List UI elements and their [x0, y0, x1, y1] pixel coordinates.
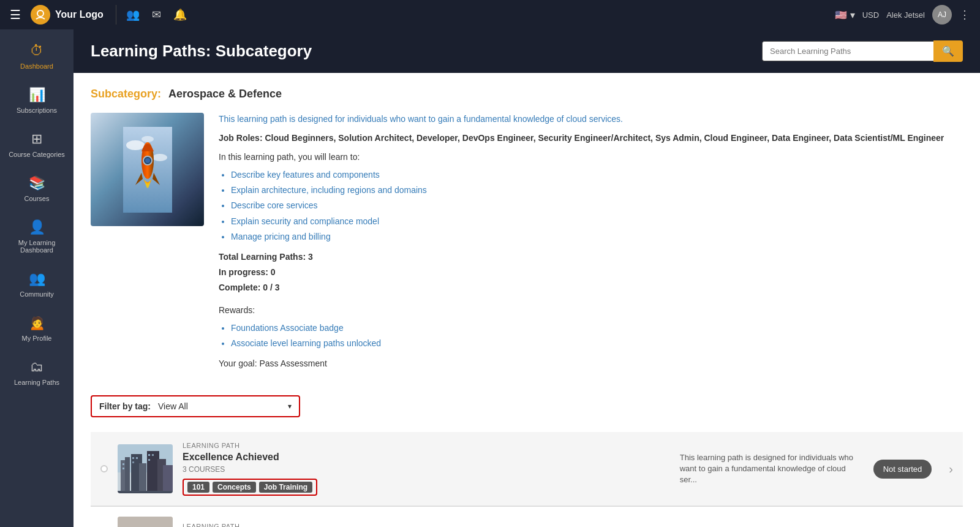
- svg-rect-11: [125, 457, 130, 491]
- goal-section: Your goal: Pass Assessment: [219, 358, 963, 368]
- sidebar-label-courses: Courses: [24, 195, 50, 202]
- search-button[interactable]: 🔍: [933, 40, 963, 62]
- content-area: Learning Paths: Subcategory 🔍 Subcategor…: [74, 29, 980, 527]
- sidebar-item-dashboard[interactable]: ⏱ Dashboard: [0, 34, 74, 78]
- bell-icon[interactable]: 🔔: [173, 8, 187, 21]
- user-avatar[interactable]: AJ: [932, 5, 952, 25]
- sidebar-item-learning-paths[interactable]: 🗂 Learning Paths: [0, 351, 74, 395]
- svg-rect-20: [136, 457, 138, 459]
- subcategory-name: Aerospace & Defence: [168, 88, 282, 100]
- svg-point-0: [37, 10, 43, 17]
- learning-paths-icon: 🗂: [30, 359, 43, 375]
- subcategory-description: This learning path is designed for indiv…: [219, 113, 963, 126]
- svg-rect-21: [132, 461, 134, 463]
- job-roles-label: Job Roles:: [219, 133, 263, 143]
- sidebar-item-courses[interactable]: 📚 Courses: [0, 167, 74, 211]
- svg-rect-16: [163, 465, 173, 491]
- main-content: Subcategory: Aerospace & Defence: [74, 73, 980, 527]
- hamburger-icon[interactable]: ☰: [10, 7, 21, 22]
- sidebar-item-my-learning-dashboard[interactable]: 👤 My Learning Dashboard: [0, 211, 74, 262]
- rewards-section: Rewards: Foundations Associate badge Ass…: [219, 304, 963, 351]
- flag-icon[interactable]: 🇺🇸 ▾: [835, 9, 854, 21]
- tag-job-training: Job Training: [259, 482, 312, 493]
- info-text-block: This learning path is designed for indiv…: [219, 113, 963, 381]
- logo-text: Your Logo: [55, 9, 104, 20]
- tag-concepts: Concepts: [213, 482, 256, 493]
- more-options-icon[interactable]: ⋮: [959, 8, 970, 21]
- community-nav-icon: 👥: [29, 271, 45, 287]
- sidebar-item-community[interactable]: 👥 Community: [0, 262, 74, 306]
- in-progress: In progress: 0: [219, 266, 963, 279]
- svg-rect-23: [152, 454, 154, 456]
- stats-section: Total Learning Paths: 3 In progress: 0 C…: [219, 251, 963, 294]
- svg-point-7: [145, 158, 150, 163]
- sidebar-item-my-profile[interactable]: 🙍 My Profile: [0, 306, 74, 351]
- learn-title: In this learning path, you will learn to…: [219, 151, 963, 164]
- learn-items-list: Describe key features and components Exp…: [219, 167, 963, 245]
- community-icon[interactable]: 👥: [126, 8, 140, 21]
- logo-icon: [31, 5, 50, 25]
- path-card-2: LEARNING PATH Learning Path for LN - Fin…: [91, 507, 963, 527]
- office-image-2: [118, 517, 173, 527]
- filter-select[interactable]: View All 101 Concepts Job Training: [158, 401, 281, 411]
- svg-rect-22: [148, 454, 150, 456]
- learn-item: Explain architecture, including regions …: [231, 183, 963, 198]
- page-header: Learning Paths: Subcategory 🔍: [74, 29, 980, 73]
- filter-label: Filter by tag:: [99, 401, 151, 411]
- sidebar-label-subscriptions: Subscriptions: [17, 107, 57, 114]
- svg-rect-24: [148, 459, 150, 461]
- sidebar-item-subscriptions[interactable]: 📊 Subscriptions: [0, 78, 74, 123]
- tag-101: 101: [187, 482, 209, 493]
- learn-item: Describe key features and components: [231, 167, 963, 183]
- svg-point-2: [126, 140, 145, 150]
- learn-item: Manage pricing and billing: [231, 229, 963, 245]
- my-profile-icon: 🙍: [29, 315, 45, 331]
- path-description-1: This learning path is designed for indiv…: [680, 452, 864, 486]
- path-tags-container-1: 101 Concepts Job Training: [183, 479, 317, 496]
- path-courses-1: 3 COURSES: [183, 465, 670, 474]
- job-roles: Job Roles: Cloud Beginners, Solution Arc…: [219, 132, 963, 145]
- path-indicator-1: [100, 465, 108, 472]
- learning-paths-list: LEARNING PATH Excellence Achieved 3 COUR…: [91, 432, 963, 527]
- sidebar-item-course-categories[interactable]: ⊞ Course Categories: [0, 123, 74, 167]
- sidebar: ⏱ Dashboard 📊 Subscriptions ⊞ Course Cat…: [0, 29, 74, 527]
- path-status-1: Not started: [873, 460, 932, 479]
- filter-chevron-icon: ▾: [288, 402, 292, 411]
- path-name-1: Excellence Achieved: [183, 452, 670, 463]
- svg-rect-19: [132, 457, 134, 459]
- filter-box: Filter by tag: View All 101 Concepts Job…: [91, 395, 300, 417]
- path-arrow-1[interactable]: ›: [949, 462, 953, 476]
- sidebar-label-my-profile: My Profile: [22, 335, 52, 342]
- filter-section: Filter by tag: View All 101 Concepts Job…: [91, 395, 963, 417]
- dashboard-icon: ⏱: [30, 43, 43, 59]
- path-type-2: LEARNING PATH: [183, 523, 670, 527]
- svg-rect-26: [118, 517, 173, 527]
- rewards-label: Rewards:: [219, 304, 963, 317]
- main-layout: ⏱ Dashboard 📊 Subscriptions ⊞ Course Cat…: [0, 29, 980, 527]
- reward-item: Associate level learning paths unlocked: [231, 336, 963, 351]
- path-info-1: LEARNING PATH Excellence Achieved 3 COUR…: [183, 442, 670, 496]
- sidebar-label-community: Community: [20, 290, 54, 298]
- course-categories-icon: ⊞: [31, 131, 42, 147]
- path-info-2: LEARNING PATH Learning Path for LN - Fin…: [183, 523, 670, 527]
- svg-point-4: [141, 136, 154, 142]
- path-type-1: LEARNING PATH: [183, 442, 670, 449]
- top-nav-right: 🇺🇸 ▾ USD Alek Jetsel AJ ⋮: [835, 5, 970, 25]
- mail-icon[interactable]: ✉: [152, 8, 161, 21]
- username-label: Alek Jetsel: [886, 10, 925, 20]
- complete: Complete: 0 / 3: [219, 281, 963, 294]
- courses-icon: 📚: [29, 175, 45, 191]
- logo-area: Your Logo: [31, 5, 116, 25]
- goal-text: Your goal: Pass Assessment: [219, 358, 327, 368]
- my-learning-dashboard-icon: 👤: [29, 219, 45, 235]
- path-thumbnail-1: [118, 444, 173, 493]
- subcategory-thumbnail: [91, 113, 204, 226]
- learn-item: Explain security and compliance model: [231, 214, 963, 229]
- svg-rect-13: [139, 463, 146, 491]
- sidebar-label-my-learning-dashboard: My Learning Dashboard: [5, 239, 69, 254]
- search-input[interactable]: [762, 41, 933, 61]
- svg-rect-18: [123, 468, 124, 469]
- info-section: This learning path is designed for indiv…: [91, 113, 963, 381]
- sidebar-label-dashboard: Dashboard: [20, 63, 53, 70]
- currency-selector[interactable]: USD: [862, 10, 879, 20]
